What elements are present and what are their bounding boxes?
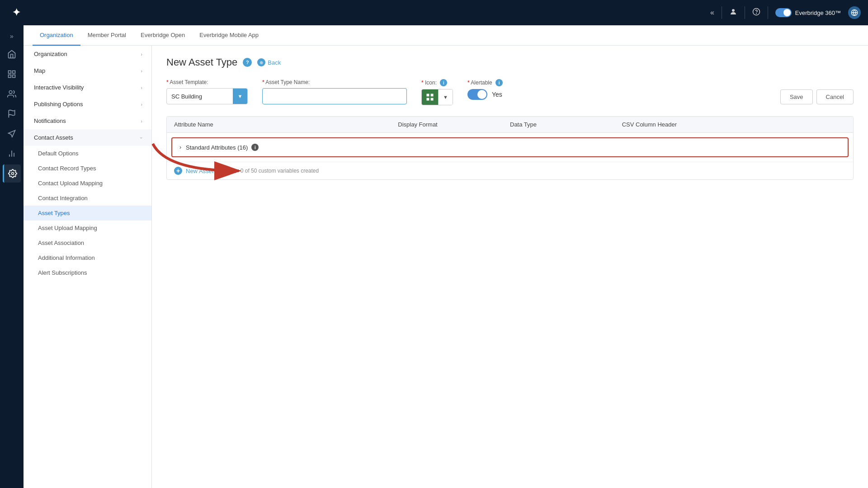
tab-organization[interactable]: Organization: [33, 25, 80, 46]
expand-chevron-icon: ›: [179, 144, 181, 150]
new-attribute-label[interactable]: New Asset Attribute: [186, 168, 237, 174]
top-bar: ✦ « Everbridge 360™: [0, 0, 868, 25]
attributes-table: Attribute Name Display Format Data Type …: [166, 116, 854, 180]
icon-preview: [422, 89, 438, 105]
sidebar-icon-flag[interactable]: [3, 105, 21, 123]
sidebar-item-interactive-visibility[interactable]: Interactive Visibility ›: [24, 79, 151, 96]
sidebar-sub-asset-upload-mapping[interactable]: Asset Upload Mapping: [24, 221, 151, 235]
icon-label: * Icon: i: [421, 79, 453, 86]
cancel-button[interactable]: Cancel: [816, 89, 854, 104]
select-dropdown-arrow[interactable]: ▼: [233, 89, 247, 104]
back-label: Back: [268, 59, 281, 66]
svg-rect-6: [9, 75, 11, 78]
sidebar-sub-contact-upload-mapping[interactable]: Contact Upload Mapping: [24, 176, 151, 191]
icon-selector[interactable]: ▼: [421, 89, 453, 105]
svg-point-2: [756, 13, 756, 14]
svg-rect-15: [431, 94, 434, 97]
sidebar-item-ca-label: Contact Assets: [34, 134, 73, 141]
sidebar-item-map[interactable]: Map ›: [24, 62, 151, 79]
asset-type-name-input[interactable]: [262, 88, 407, 104]
sidebar-sub-alert-subscriptions[interactable]: Alert Subscriptions: [24, 265, 151, 280]
alertable-info-icon[interactable]: i: [495, 79, 503, 86]
icon-info-icon[interactable]: i: [440, 79, 447, 86]
page-header: New Asset Type ? ⊕ Back: [166, 56, 854, 68]
divider-1: [722, 6, 722, 19]
chevron-icon: ›: [141, 118, 142, 124]
attributes-table-header: Attribute Name Display Format Data Type …: [167, 117, 853, 133]
sidebar-item-map-label: Map: [34, 67, 45, 74]
required-star-2: *: [262, 79, 264, 85]
sidebar-sub-contact-integration[interactable]: Contact Integration: [24, 191, 151, 206]
sidebar-icon-home[interactable]: [3, 45, 21, 63]
svg-point-8: [9, 91, 12, 94]
alertable-label: * Alertable i: [467, 79, 503, 86]
brand-toggle[interactable]: [775, 8, 792, 17]
sidebar-sub-additional-info[interactable]: Additional Information: [24, 250, 151, 265]
new-attribute-row: + New Asset Attribute 0 of 50 custom var…: [167, 162, 853, 179]
asset-template-group: * Asset Template: SC Building ▼: [166, 79, 248, 104]
col-data-type: Data Type: [510, 121, 622, 128]
page-help-icon[interactable]: ?: [243, 58, 252, 67]
required-star-4: *: [467, 80, 470, 86]
standard-attr-info-icon[interactable]: i: [251, 144, 259, 151]
add-attribute-icon[interactable]: +: [174, 167, 182, 175]
sidebar-sub-default-options[interactable]: Default Options: [24, 146, 151, 161]
collapse-icon[interactable]: «: [710, 9, 714, 17]
col-display-format: Display Format: [398, 121, 510, 128]
chevron-icon: ›: [141, 68, 142, 74]
sidebar-item-organization[interactable]: Organization ›: [24, 46, 151, 62]
svg-point-0: [732, 9, 735, 12]
sidebar-sub-contact-record-types[interactable]: Contact Record Types: [24, 161, 151, 176]
help-icon[interactable]: [752, 8, 760, 18]
globe-icon[interactable]: [848, 6, 861, 19]
svg-point-13: [11, 173, 14, 175]
custom-vars-info: 0 of 50 custom variables created: [241, 168, 319, 174]
sidebar-icon-contacts[interactable]: [3, 85, 21, 103]
tab-everbridge-open[interactable]: Everbridge Open: [133, 25, 192, 46]
sidebar-sub-asset-types[interactable]: Asset Types: [24, 206, 151, 221]
standard-attributes-label: Standard Attributes (16): [186, 144, 248, 151]
required-star-3: *: [421, 80, 424, 86]
svg-rect-17: [431, 98, 434, 101]
action-buttons: Save Cancel: [780, 89, 854, 105]
logo: ✦: [7, 7, 25, 19]
alertable-group: * Alertable i Yes: [467, 79, 503, 100]
icon-group: * Icon: i ▼: [421, 79, 453, 105]
svg-rect-16: [427, 98, 429, 101]
tab-mobile-app[interactable]: Everbridge Mobile App: [192, 25, 266, 46]
alertable-toggle[interactable]: [467, 89, 487, 100]
form-row: * Asset Template: SC Building ▼ * Asset …: [166, 79, 854, 105]
icon-dropdown-arrow[interactable]: ▼: [438, 89, 453, 105]
sidebar-icon-chart[interactable]: [3, 145, 21, 163]
required-star: *: [166, 79, 169, 85]
back-icon: ⊕: [257, 58, 265, 66]
asset-template-value: SC Building: [167, 93, 233, 100]
user-icon[interactable]: [729, 8, 737, 18]
sidebar-item-notifications[interactable]: Notifications ›: [24, 113, 151, 129]
tabs-bar: Organization Member Portal Everbridge Op…: [24, 25, 868, 46]
sidebar-item-contact-assets[interactable]: Contact Assets ›: [24, 129, 151, 146]
save-button[interactable]: Save: [780, 89, 813, 104]
sidebar-icon-settings[interactable]: [3, 164, 21, 183]
chevron-icon: ›: [141, 85, 142, 90]
sidebar-item-iv-label: Interactive Visibility: [34, 84, 84, 91]
sidebar-icon-plane[interactable]: [3, 125, 21, 143]
divider-2: [745, 6, 745, 19]
asset-template-label: * Asset Template:: [166, 79, 248, 85]
nav-sidebar: Organization › Map › Interactive Visibil…: [24, 46, 152, 488]
svg-rect-5: [13, 71, 15, 74]
sidebar-sub-asset-association[interactable]: Asset Association: [24, 235, 151, 250]
tab-member-portal[interactable]: Member Portal: [80, 25, 133, 46]
sidebar-icon-layers[interactable]: [3, 65, 21, 83]
chevron-expand-icon: ›: [139, 137, 144, 139]
back-button[interactable]: ⊕ Back: [257, 58, 281, 66]
main-layout: » Organization Member Portal Everbridge …: [0, 25, 868, 488]
alertable-yes-label: Yes: [492, 91, 502, 98]
chevron-icon: ›: [141, 102, 142, 107]
chevron-icon: ›: [141, 52, 142, 57]
asset-template-select[interactable]: SC Building ▼: [166, 88, 248, 104]
asset-type-name-label: * Asset Type Name:: [262, 79, 407, 85]
sidebar-expand-btn[interactable]: »: [0, 29, 24, 43]
sidebar-item-publishing-options[interactable]: Publishing Options ›: [24, 96, 151, 113]
standard-attributes-row[interactable]: › Standard Attributes (16) i: [171, 137, 849, 157]
